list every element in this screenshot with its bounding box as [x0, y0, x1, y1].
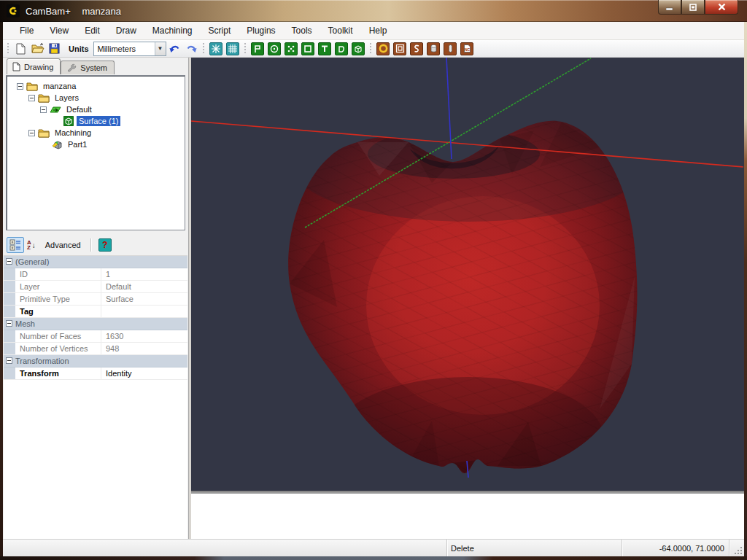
viewport-3d[interactable] — [191, 58, 744, 491]
property-row-id[interactable]: ID 1 — [4, 268, 187, 281]
property-row-tag[interactable]: Tag — [4, 306, 187, 318]
app-logo-icon — [7, 4, 20, 18]
tree-item-layers[interactable]: Layers — [7, 92, 185, 104]
tree-item-label[interactable]: Part1 — [66, 139, 89, 149]
close-button[interactable] — [705, 0, 738, 15]
units-combobox[interactable]: Millimeters ▼ — [93, 42, 166, 56]
categorized-icon — [9, 239, 21, 251]
draw-points-button[interactable] — [284, 42, 299, 56]
collapse-icon[interactable] — [40, 106, 47, 113]
undo-icon — [169, 44, 181, 54]
machine-engrave-button[interactable] — [409, 42, 425, 56]
tab-system[interactable]: System — [61, 61, 115, 74]
category-transformation[interactable]: Transformation — [4, 355, 187, 368]
property-row-vertices[interactable]: Number of Vertices 948 — [4, 343, 187, 355]
collapse-icon[interactable] — [6, 258, 12, 265]
category-mesh[interactable]: Mesh — [4, 318, 187, 330]
svg-text:NC: NC — [465, 47, 471, 52]
draw-surface-button[interactable] — [351, 42, 366, 56]
help-button[interactable]: ? — [98, 238, 112, 252]
categorized-view-button[interactable] — [7, 237, 24, 253]
machine-profile-button[interactable] — [376, 42, 391, 56]
tree-item-default-layer[interactable]: Default — [7, 104, 185, 115]
draw-region-button[interactable] — [334, 42, 349, 56]
window-border-bottom — [0, 556, 747, 560]
machine-drill-button[interactable] — [426, 42, 441, 56]
tree-item-label[interactable]: Machining — [53, 128, 93, 138]
undo-button[interactable] — [167, 42, 182, 56]
advanced-button[interactable]: Advanced — [39, 237, 88, 253]
property-label: ID — [15, 268, 101, 280]
collapse-icon[interactable] — [17, 83, 23, 90]
toolbar-grip[interactable] — [244, 43, 247, 55]
grid-toggle-button[interactable] — [225, 42, 241, 56]
circle-icon — [268, 42, 281, 55]
collapse-icon[interactable] — [6, 357, 12, 364]
collapse-icon[interactable] — [6, 320, 12, 327]
tab-drawing-label: Drawing — [24, 63, 53, 71]
property-value[interactable] — [101, 306, 187, 317]
tree-item-label[interactable]: Layers — [53, 93, 81, 103]
machine-lathe-button[interactable] — [443, 42, 458, 56]
property-value[interactable]: Default — [101, 281, 187, 292]
draw-circle-button[interactable] — [267, 42, 282, 56]
window-title: CamBam+ manzana — [26, 6, 121, 17]
toolbar-grip[interactable] — [7, 43, 10, 55]
tree-item-label-selected[interactable]: Surface (1) — [77, 116, 120, 126]
collapse-icon[interactable] — [28, 130, 35, 136]
toolbar-grip[interactable] — [202, 43, 206, 55]
maximize-button[interactable] — [681, 0, 705, 15]
redo-button[interactable] — [184, 42, 199, 56]
toolbar-grip[interactable] — [369, 43, 373, 55]
chevron-down-icon[interactable]: ▼ — [155, 42, 166, 55]
property-label: Layer — [15, 281, 101, 292]
property-row-layer[interactable]: Layer Default — [4, 281, 187, 293]
save-file-icon — [49, 43, 60, 54]
drawing-page-icon — [12, 62, 20, 71]
tree-item-machining[interactable]: Machining — [7, 127, 185, 139]
draw-text-button[interactable] — [317, 42, 333, 56]
tree-item-part1[interactable]: Part1 — [7, 139, 185, 150]
menu-tools[interactable]: Tools — [284, 23, 320, 39]
tree-item-surface[interactable]: Surface (1) — [7, 115, 185, 127]
menu-script[interactable]: Script — [201, 23, 239, 39]
resize-grip[interactable] — [729, 540, 744, 556]
status-coordinates: -64.0000, 71.0000 — [622, 540, 729, 556]
menu-plugins[interactable]: Plugins — [239, 23, 283, 39]
menu-file[interactable]: File — [12, 23, 42, 39]
status-message: Delete — [447, 540, 622, 556]
alphabetical-sort-button[interactable]: AZ↓ — [24, 237, 39, 253]
tree-item-manzana[interactable]: manzana — [7, 80, 185, 92]
property-value[interactable]: 1 — [101, 268, 187, 280]
property-value[interactable]: 948 — [101, 343, 187, 354]
property-row-faces[interactable]: Number of Faces 1630 — [4, 330, 187, 343]
property-value[interactable]: 1630 — [101, 330, 187, 342]
category-general[interactable]: (General) — [4, 256, 187, 268]
property-value[interactable]: Identity — [101, 368, 187, 379]
machine-ncfile-button[interactable]: NC — [460, 42, 475, 56]
tab-drawing[interactable]: Drawing — [7, 58, 61, 74]
draw-rectangle-button[interactable] — [301, 42, 316, 56]
close-icon — [718, 3, 726, 11]
titlebar[interactable]: CamBam+ manzana — [0, 0, 747, 22]
machine-pocket-button[interactable] — [392, 42, 408, 56]
property-row-primitive-type[interactable]: Primitive Type Surface — [4, 293, 187, 306]
menu-view[interactable]: View — [42, 23, 77, 39]
menu-machining[interactable]: Machining — [144, 23, 201, 39]
minimize-button[interactable] — [658, 0, 681, 15]
open-file-button[interactable] — [30, 42, 45, 56]
menu-toolkit[interactable]: Toolkit — [320, 23, 361, 39]
status-cell-empty — [3, 540, 447, 556]
save-file-button[interactable] — [47, 42, 62, 56]
tree-item-label[interactable]: Default — [64, 104, 94, 114]
new-file-button[interactable] — [13, 42, 28, 56]
property-row-transform[interactable]: Transform Identity — [4, 368, 187, 380]
collapse-icon[interactable] — [28, 95, 35, 101]
menu-draw[interactable]: Draw — [108, 23, 144, 39]
tree-item-label[interactable]: manzana — [41, 81, 78, 91]
draw-polyline-button[interactable] — [250, 42, 266, 56]
menu-help[interactable]: Help — [361, 23, 395, 39]
menu-edit[interactable]: Edit — [77, 23, 108, 39]
draw-point-button[interactable] — [209, 42, 224, 56]
property-value[interactable]: Surface — [101, 293, 187, 305]
